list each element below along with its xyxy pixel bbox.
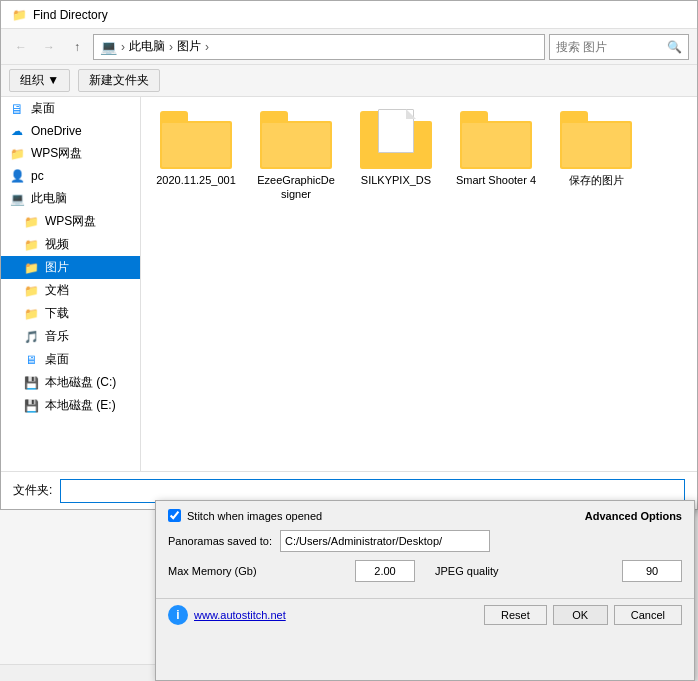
sidebar: 🖥 桌面 ☁ OneDrive 📁 WPS网盘 👤 pc 💻 此电脑 📁	[1, 97, 141, 471]
folder-icon-ezee	[260, 111, 332, 169]
wps-icon: 📁	[9, 146, 25, 162]
jpeg-quality-input[interactable]	[622, 560, 682, 582]
sidebar-item-desktop2[interactable]: 🖥 桌面	[1, 348, 140, 371]
sidebar-item-local-e[interactable]: 💾 本地磁盘 (E:)	[1, 394, 140, 417]
file-label-smart: Smart Shooter 4	[456, 173, 536, 187]
sidebar-label-local-e: 本地磁盘 (E:)	[45, 397, 116, 414]
info-row: i www.autostitch.net	[168, 605, 286, 625]
file-label-saved: 保存的图片	[569, 173, 624, 187]
autostitch-dialog: Stitch when images opened Advanced Optio…	[155, 500, 695, 681]
sidebar-label-video: 视频	[45, 236, 69, 253]
stitch-label: Stitch when images opened	[187, 510, 322, 522]
sidebar-item-documents[interactable]: 📁 文档	[1, 279, 140, 302]
wps2-icon: 📁	[23, 214, 39, 230]
folder-icon-smart	[460, 111, 532, 169]
file-item-smart[interactable]: Smart Shooter 4	[451, 107, 541, 206]
organize-button[interactable]: 组织 ▼	[9, 69, 70, 92]
breadcrumb-home-icon: 💻	[100, 39, 117, 55]
folder-icon-saved	[560, 111, 632, 169]
find-directory-dialog: 📁 Find Directory ← → ↑ 💻 › 此电脑 › 图片 › 🔍 …	[0, 0, 698, 510]
filename-label: 文件夹:	[13, 482, 52, 499]
sidebar-label-downloads: 下载	[45, 305, 69, 322]
file-label-silky: SILKYPIX_DS	[361, 173, 431, 187]
search-icon: 🔍	[667, 40, 682, 54]
onedrive-icon: ☁	[9, 123, 25, 139]
sidebar-label-documents: 文档	[45, 282, 69, 299]
sidebar-label-thispc: 此电脑	[31, 190, 67, 207]
ok-button[interactable]: OK	[553, 605, 608, 625]
left-panel-bottom	[0, 510, 160, 665]
pictures-icon: 📁	[23, 260, 39, 276]
dialog-title: Find Directory	[33, 8, 108, 22]
sidebar-label-music: 音乐	[45, 328, 69, 345]
file-item-ezee[interactable]: EzeeGraphicDesigner	[251, 107, 341, 206]
dialog-inner: Stitch when images opened Advanced Optio…	[156, 501, 694, 598]
stitch-checkbox[interactable]	[168, 509, 181, 522]
up-button[interactable]: ↑	[65, 35, 89, 59]
sidebar-item-music[interactable]: 🎵 音乐	[1, 325, 140, 348]
settings-grid: Max Memory (Gb) JPEG quality	[168, 560, 682, 582]
sidebar-item-local-c[interactable]: 💾 本地磁盘 (C:)	[1, 371, 140, 394]
back-button[interactable]: ←	[9, 35, 33, 59]
file-label-ezee: EzeeGraphicDesigner	[255, 173, 337, 202]
max-memory-row: Max Memory (Gb)	[168, 560, 415, 582]
info-icon: i	[168, 605, 188, 625]
music-icon: 🎵	[23, 329, 39, 345]
new-folder-button[interactable]: 新建文件夹	[78, 69, 160, 92]
documents-icon: 📁	[23, 283, 39, 299]
sidebar-label-pictures: 图片	[45, 259, 69, 276]
video-icon: 📁	[23, 237, 39, 253]
sidebar-item-onedrive[interactable]: ☁ OneDrive	[1, 120, 140, 142]
file-item-2020[interactable]: 2020.11.25_001	[151, 107, 241, 206]
file-label-2020: 2020.11.25_001	[156, 173, 236, 187]
info-link[interactable]: www.autostitch.net	[194, 609, 286, 621]
title-icon: 📁	[11, 7, 27, 23]
folder-icon-2020	[160, 111, 232, 169]
thispc-icon: 💻	[9, 191, 25, 207]
local-e-icon: 💾	[23, 398, 39, 414]
local-c-icon: 💾	[23, 375, 39, 391]
sidebar-item-pc[interactable]: 👤 pc	[1, 165, 140, 187]
search-box[interactable]: 🔍	[549, 34, 689, 60]
sidebar-item-desktop[interactable]: 🖥 桌面	[1, 97, 140, 120]
sidebar-label-wps2: WPS网盘	[45, 213, 96, 230]
reset-button[interactable]: Reset	[484, 605, 547, 625]
max-memory-input[interactable]	[355, 560, 415, 582]
max-memory-label: Max Memory (Gb)	[168, 565, 257, 577]
toolbar: 组织 ▼ 新建文件夹	[1, 65, 697, 97]
breadcrumb-part-2[interactable]: 图片	[177, 38, 201, 55]
file-item-saved[interactable]: 保存的图片	[551, 107, 641, 206]
panoramas-path-input[interactable]	[280, 530, 490, 552]
stitch-row: Stitch when images opened Advanced Optio…	[168, 509, 682, 522]
sidebar-item-video[interactable]: 📁 视频	[1, 233, 140, 256]
sidebar-label-local-c: 本地磁盘 (C:)	[45, 374, 116, 391]
search-input[interactable]	[556, 40, 663, 54]
sidebar-item-wps[interactable]: 📁 WPS网盘	[1, 142, 140, 165]
downloads-icon: 📁	[23, 306, 39, 322]
breadcrumb-part-1[interactable]: 此电脑	[129, 38, 165, 55]
title-bar: 📁 Find Directory	[1, 1, 697, 29]
sidebar-item-wps2[interactable]: 📁 WPS网盘	[1, 210, 140, 233]
content-area: 🖥 桌面 ☁ OneDrive 📁 WPS网盘 👤 pc 💻 此电脑 📁	[1, 97, 697, 471]
dialog-footer: i www.autostitch.net Reset OK Cancel	[156, 598, 694, 631]
file-item-silky[interactable]: SILKYPIX_DS	[351, 107, 441, 206]
jpeg-quality-label: JPEG quality	[435, 565, 499, 577]
pc-icon: 👤	[9, 168, 25, 184]
sidebar-label-desktop2: 桌面	[45, 351, 69, 368]
dialog-buttons: Reset OK Cancel	[484, 605, 682, 625]
folder-icon-silky	[360, 111, 432, 169]
sidebar-item-thispc[interactable]: 💻 此电脑	[1, 187, 140, 210]
sidebar-label-wps: WPS网盘	[31, 145, 82, 162]
filename-input[interactable]	[60, 479, 685, 503]
forward-button[interactable]: →	[37, 35, 61, 59]
panoramas-label: Panoramas saved to:	[168, 535, 272, 547]
panoramas-row: Panoramas saved to:	[168, 530, 682, 552]
sidebar-label-desktop: 桌面	[31, 100, 55, 117]
desktop2-icon: 🖥	[23, 352, 39, 368]
sidebar-item-pictures[interactable]: 📁 图片	[1, 256, 140, 279]
address-bar: ← → ↑ 💻 › 此电脑 › 图片 › 🔍	[1, 29, 697, 65]
sidebar-label-pc: pc	[31, 169, 44, 183]
advanced-label: Advanced Options	[585, 510, 682, 522]
sidebar-item-downloads[interactable]: 📁 下载	[1, 302, 140, 325]
cancel-button[interactable]: Cancel	[614, 605, 682, 625]
